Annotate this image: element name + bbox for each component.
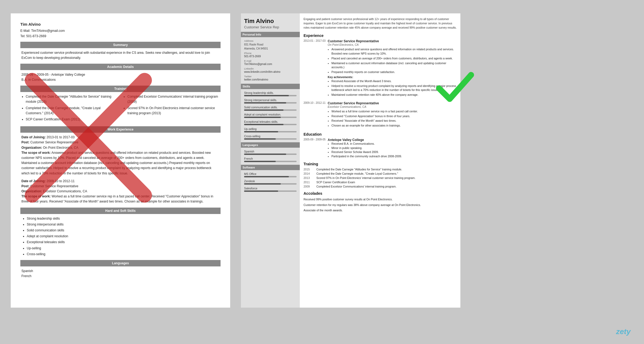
training-entry: 2013Scored 97% in On Point Electronics' … <box>304 176 457 179</box>
work-header: Work Experience <box>20 126 221 133</box>
left-email: E-Mail: TimTAlvino@gmail.com <box>20 28 221 33</box>
training-entry: 2014Completed the Dale Carnegie module, … <box>304 172 457 175</box>
list-item: Minor in public speaking. <box>331 146 457 150</box>
sidebar-skill-bar <box>244 124 297 125</box>
software-bars: MS OfficeZendeskSalesforce <box>244 172 297 192</box>
sidebar-skill-label: Zendesk <box>244 179 297 183</box>
green-check-overlay <box>434 67 476 110</box>
software-section-label: Software <box>241 165 300 170</box>
work-entry-2: Date of Joining: 2009-10 to 2012-11 Post… <box>21 179 219 204</box>
resume-left: Tim Alvino E-Mail: TimTAlvino@gmail.com … <box>11 13 230 308</box>
experience-section-title: Experience <box>304 33 457 38</box>
skills-section-label: Skills <box>241 84 300 89</box>
academic-header: Academic Details <box>20 64 221 70</box>
training-right-list: Completed Excelsior Communications' inte… <box>123 94 219 123</box>
address-label: Address <box>244 39 297 42</box>
training-entry: 2011SCP Career Certification Exam <box>304 181 457 184</box>
training-entry: 2015Completed the Dale Carnegie "Attitud… <box>304 168 457 171</box>
summary-content: Experienced customer service professiona… <box>20 50 221 60</box>
sidebar-skill-bar <box>244 109 297 111</box>
training-text: Scored 97% in On Point Electronics' inte… <box>316 176 415 179</box>
sidebar-skill-bar <box>244 131 297 132</box>
languages-section-label: Languages <box>241 142 300 148</box>
training-text: SCP Career Certification Exam <box>316 181 355 184</box>
main-container: Tim Alvino E-Mail: TimTAlvino@gmail.com … <box>0 0 644 344</box>
list-item: French <box>21 274 219 279</box>
sidebar-skill-bar <box>244 102 297 104</box>
education-entry: 2005-09 - 2009-05Antelope Valley College… <box>304 138 457 159</box>
list-item: Completed the Dale Carnegie "Attitudes f… <box>26 94 118 104</box>
training-year: 2009 <box>304 185 314 188</box>
right-main-content: Engaging and patient customer service pr… <box>300 13 460 308</box>
twitter-value: twitter.com/timalvino <box>244 78 297 81</box>
accolade-entry: Received 99% positive customer survey re… <box>304 197 457 202</box>
left-tel: Tel: 501-873-2669 <box>20 34 221 39</box>
list-item: Received Senior Scholar Award 2009. <box>331 150 457 154</box>
training-year: 2011 <box>304 181 314 184</box>
training-year: 2015 <box>304 168 314 171</box>
training-header: Training <box>20 86 221 92</box>
training-text: Completed Excelsior Communications' inte… <box>316 185 396 188</box>
linkedin-label: LinkedIn <box>244 67 297 70</box>
list-item: Strong interpersonal skills <box>27 222 219 227</box>
edu-school: Antelope Valley College <box>328 138 457 142</box>
sidebar-skill-label: Strong leadership skills. <box>244 91 297 94</box>
sidebar-skill-label: Adept at complaint resolution. <box>244 113 297 116</box>
edu-content: Antelope Valley CollegeReceived B.A. in … <box>328 138 457 159</box>
list-item: Strong leadership skills <box>27 216 219 221</box>
email-label: E-mail <box>244 59 297 62</box>
accolades-container: Received 99% positive customer survey re… <box>304 197 457 213</box>
training-text: Completed the Dale Carnegie module, "Cre… <box>316 172 398 175</box>
training-content: Completed the Dale Carnegie "Attitudes f… <box>20 94 221 123</box>
list-item: Answered product and service questions a… <box>331 47 457 56</box>
sidebar-skill-bar <box>244 117 297 118</box>
training-year: 2014 <box>304 172 314 175</box>
sidebar-skill-bar <box>244 154 297 155</box>
sidebar-skill-bar <box>244 138 297 140</box>
exp-date: 2013-01 - 2017-03 <box>304 39 325 98</box>
phone-value: 501-873-2669 <box>244 55 297 58</box>
exp-job-title: Customer Service Representative <box>328 39 457 43</box>
sidebar-skill-bar <box>244 190 297 192</box>
list-item: Worked as a full time customer service r… <box>331 109 457 114</box>
exp-date: 2009-10 - 2012-11 <box>304 101 325 128</box>
list-item: Received "Customer Appreciation" bonus i… <box>331 114 457 119</box>
accolades-section-title: Accolades <box>304 191 457 196</box>
linkedin-value: www.linkedin.com/in/tim-alvino <box>244 70 297 73</box>
list-item: Chosen as an example for other associate… <box>331 124 457 128</box>
sidebar-skill-label: French <box>244 157 297 160</box>
right-summary: Engaging and patient customer service pr… <box>304 17 457 30</box>
sidebar-skill-label: Up-selling <box>244 127 297 131</box>
education-section-title: Education <box>304 132 457 136</box>
accolade-entry: Associate of the month awards. <box>304 208 457 213</box>
list-item: Solid communication skills <box>27 228 219 233</box>
list-item: Completed the Dale Carnegie module, "Cre… <box>26 106 118 116</box>
sidebar-skill-label: Salesforce <box>244 187 297 190</box>
list-item: SCP Career Certification Exam (2011) <box>26 117 118 122</box>
list-item: Received "Associate of the Month" award … <box>331 119 457 123</box>
training-entry: 2009Completed Excelsior Communications' … <box>304 185 457 188</box>
skills-list: Strong leadership skills Strong interper… <box>21 216 219 257</box>
sidebar-skill-label: Solid communication skills. <box>244 106 297 109</box>
sidebar-skill-bar <box>244 95 297 96</box>
right-title: Customer Service Rep <box>244 25 297 29</box>
sidebar-skill-label: Spanish <box>244 150 297 153</box>
training-left-list: Completed the Dale Carnegie "Attitudes f… <box>21 94 118 123</box>
languages-content: Spanish French <box>20 269 221 279</box>
sidebar-skill-bar <box>244 176 297 177</box>
sidebar-skill-label: Exceptional telesales skills. <box>244 120 297 123</box>
skills-content: Strong leadership skills Strong interper… <box>20 216 221 257</box>
work-content: Date of Joining: 2013-01 to 2017-03 Post… <box>20 135 221 204</box>
summary-header: Summary <box>20 42 221 48</box>
zety-brand: zety <box>616 327 631 336</box>
twitter-label: Twitter <box>244 75 297 78</box>
exp-bullets: Worked as a full time customer service r… <box>328 109 457 128</box>
list-item: Adept at complaint resolution <box>27 234 219 239</box>
list-item: Scored 97% in On Point Electronics inter… <box>127 106 219 116</box>
work-entry-1: Date of Joining: 2013-01 to 2017-03 Post… <box>21 135 219 176</box>
list-item: Exceptional telesales skills <box>27 240 219 245</box>
exp-company: On Point Electronics, CA <box>328 43 457 46</box>
sidebar-skill-bar <box>244 161 297 162</box>
list-item: Up-selling <box>27 246 219 251</box>
list-item: Completed Excelsior Communications' inte… <box>127 94 219 104</box>
